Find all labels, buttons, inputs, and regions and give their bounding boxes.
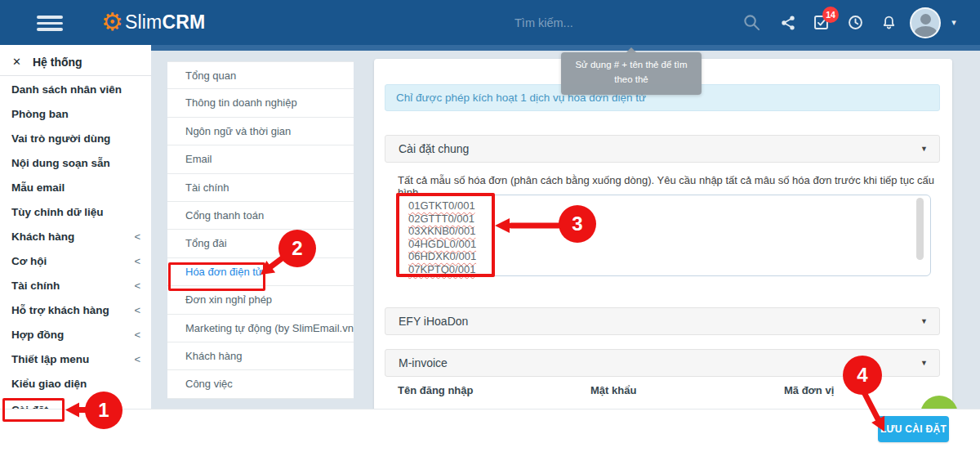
chevron-left-icon: < (134, 249, 140, 274)
settings-menu-item-tai-chinh[interactable]: Tài chính (167, 174, 354, 202)
panel-title: EFY iHoaDon (399, 315, 468, 328)
sidebar-divider (0, 75, 151, 76)
close-icon[interactable]: ✕ (12, 56, 21, 68)
settings-menu-item-tong-dai[interactable]: Tổng đài (167, 230, 354, 257)
panel-header-general-settings[interactable]: Cài đặt chung ▼ (385, 135, 940, 163)
user-menu-caret-icon[interactable]: ▾ (946, 0, 962, 45)
header-bottom-band (151, 45, 980, 51)
search-icon[interactable] (735, 0, 768, 45)
search-input[interactable] (514, 11, 710, 35)
sidebar-item-thiet-lap-menu[interactable]: Thiết lập menu< (0, 347, 151, 372)
brand-logo[interactable]: ⚙ SlimCRM (101, 8, 205, 36)
sidebar-item-khach-hang[interactable]: Khách hàng< (0, 225, 151, 249)
settings-menu-item-don-xin-nghi-phep[interactable]: Đơn xin nghỉ phép (167, 286, 354, 314)
settings-menu-item-khach-hang[interactable]: Khách hàng (167, 342, 354, 370)
settings-menu-item-hoa-don-dien-tu[interactable]: Hóa đơn điện tử (167, 258, 354, 286)
invoice-code: 03XKNB0/001 (408, 225, 475, 238)
settings-menu-item-tong-quan[interactable]: Tổng quan (167, 61, 354, 89)
main-settings-card: Chỉ được phép kích hoạt 1 dịch vụ hóa đơ… (374, 59, 952, 410)
bell-icon[interactable] (872, 0, 905, 45)
tooltip-text: Sử dụng # + tên thẻ để tìm theo thẻ (575, 60, 687, 84)
panel-title: Cài đặt chung (399, 142, 469, 155)
gear-logo-icon: ⚙ (101, 8, 123, 36)
invoice-series-textarea[interactable]: 01GTKT0/001 02GTTT0/001 03XKNB0/001 04HG… (398, 195, 931, 276)
chevron-left-icon: < (134, 323, 140, 347)
sidebar-title: Hệ thống (33, 56, 82, 69)
invoice-code: 04HGDL0/001 (408, 238, 476, 251)
sidebar-item-danh-sach-nhan-vien[interactable]: Danh sách nhân viên (0, 78, 151, 102)
sidebar-header: ✕ Hệ thống (0, 51, 151, 76)
invoice-code: 01GTKT0/001 (408, 199, 475, 213)
chevron-left-icon: < (134, 274, 140, 298)
panel-header-efy-ihoadon[interactable]: EFY iHoaDon ▼ (385, 307, 940, 335)
panel-header-m-invoice[interactable]: M-invoice ▼ (385, 349, 940, 377)
settings-menu-item-ngon-ngu-va-thoi-gian[interactable]: Ngôn ngữ và thời gian (167, 118, 354, 145)
textarea-scrollbar[interactable] (916, 198, 924, 260)
history-clock-icon[interactable] (839, 0, 871, 45)
chevron-left-icon: < (134, 298, 140, 323)
collapse-caret-icon[interactable]: ▼ (920, 350, 928, 376)
field-label-password: Mật khẩu (590, 384, 636, 396)
collapse-caret-icon[interactable]: ▼ (920, 136, 928, 162)
sidebar-item-phong-ban[interactable]: Phòng ban (0, 102, 151, 127)
save-settings-button[interactable]: LƯU CÀI ĐẶT (878, 416, 949, 442)
sidebar-item-tuy-chinh-du-lieu[interactable]: Tùy chỉnh dữ liệu (0, 200, 151, 225)
sidebar-item-co-hoi[interactable]: Cơ hội< (0, 249, 151, 274)
settings-menu-item-thong-tin-doanh-nghiep[interactable]: Thông tin doanh nghiệp (167, 89, 354, 117)
notification-count-badge: 14 (822, 7, 839, 23)
share-icon[interactable] (772, 0, 804, 45)
sidebar: ✕ Hệ thống Danh sách nhân viên Phòng ban… (0, 45, 151, 409)
invoice-code: 06HDXK0/001 (408, 250, 476, 263)
global-search[interactable] (514, 11, 710, 35)
user-avatar[interactable] (910, 7, 941, 38)
sidebar-item-kieu-giao-dien[interactable]: Kiểu giao diện (0, 372, 151, 396)
settings-menu-item-marketing-tu-dong[interactable]: Marketing tự động (by SlimEmail.vn) (167, 315, 354, 342)
avatar-body-shape (915, 26, 937, 38)
settings-menu-item-cong-viec[interactable]: Công việc (167, 370, 354, 398)
sidebar-item-ho-tro-khach-hang[interactable]: Hỗ trợ khách hàng< (0, 298, 151, 323)
invoice-code: 02GTTT0/001 (408, 213, 474, 226)
avatar-head-shape (920, 14, 931, 25)
tooltip-arrow (626, 47, 637, 53)
field-label-unit-code: Mã đơn vị (784, 384, 834, 396)
footer-bar (0, 409, 980, 452)
sidebar-item-mau-email[interactable]: Mẫu email (0, 176, 151, 200)
sidebar-item-vai-tro-nguoi-dung[interactable]: Vai trò người dùng (0, 127, 151, 151)
field-label-username: Tên đăng nhập (398, 384, 473, 396)
app-window: ⚙ SlimCRM 14 (0, 0, 980, 452)
sidebar-item-tai-chinh[interactable]: Tài chính< (0, 274, 151, 298)
search-tooltip: Sử dụng # + tên thẻ để tìm theo thẻ (561, 52, 702, 95)
invoice-code: 07KPTQ0/001 (408, 263, 475, 276)
collapse-caret-icon[interactable]: ▼ (920, 308, 928, 334)
settings-menu-item-email[interactable]: Email (167, 145, 354, 173)
top-navbar: ⚙ SlimCRM 14 (0, 0, 980, 45)
chevron-left-icon: < (134, 347, 140, 372)
settings-menu: Tổng quan Thông tin doanh nghiệp Ngôn ng… (167, 61, 354, 399)
settings-menu-item-cong-thanh-toan[interactable]: Cổng thanh toán (167, 202, 354, 230)
sidebar-item-hop-dong[interactable]: Hợp đồng< (0, 323, 151, 347)
brand-name: SlimCRM (125, 11, 206, 34)
chevron-left-icon: < (134, 225, 140, 249)
sidebar-item-noi-dung-soan-san[interactable]: Nội dung soạn sẵn (0, 151, 151, 176)
panel-title: M-invoice (399, 356, 448, 369)
hamburger-menu-icon[interactable] (37, 16, 63, 30)
